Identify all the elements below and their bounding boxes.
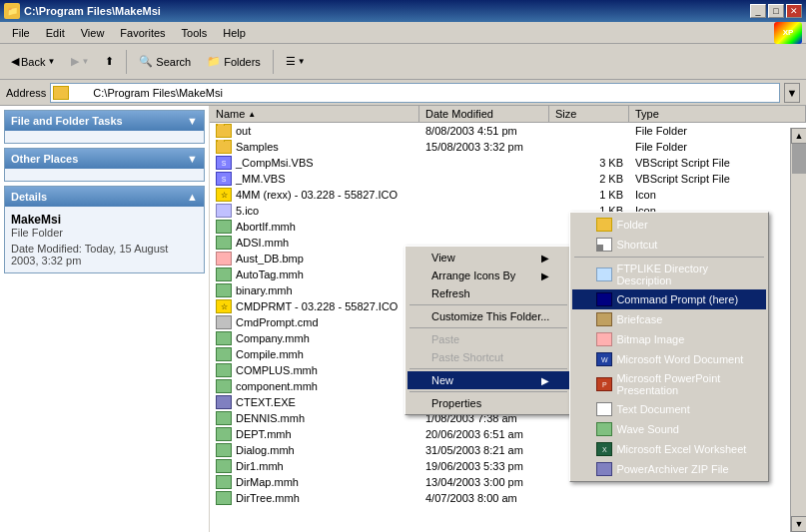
submenu-word-label: Microsoft Word Document xyxy=(616,353,743,365)
shortcut-sub-icon xyxy=(596,238,612,252)
details-header[interactable]: Details ▲ xyxy=(5,187,204,207)
col-header-type[interactable]: Type xyxy=(629,106,806,122)
submenu-folder[interactable]: Folder xyxy=(572,215,766,235)
file-name: DEPT.mmh xyxy=(236,428,292,440)
text-icon xyxy=(596,402,612,416)
file-name: Dialog.mmh xyxy=(236,444,295,456)
menu-edit[interactable]: Edit xyxy=(38,25,73,41)
file-date: 15/08/2003 3:32 pm xyxy=(419,141,549,153)
submenu-cmdprompt-label: Command Prompt (here) xyxy=(616,293,738,305)
special-icon: ☆ xyxy=(216,299,232,313)
file-name: DENNIS.mmh xyxy=(236,412,305,424)
file-name: CMDPRMT - 03.228 - 55827.ICO xyxy=(236,300,398,312)
ctx-separator-2 xyxy=(409,327,567,328)
submenu-word[interactable]: W Microsoft Word Document xyxy=(572,349,766,369)
details-toggle: ▲ xyxy=(187,191,198,203)
search-icon: 🔍 xyxy=(139,55,153,68)
ctx-customize[interactable]: Customize This Folder... xyxy=(407,307,569,325)
scroll-thumb[interactable] xyxy=(792,144,806,174)
submenu-shortcut[interactable]: Shortcut xyxy=(572,235,766,255)
table-row[interactable]: Samples15/08/2003 3:32 pmFile Folder xyxy=(210,139,806,155)
scroll-down-button[interactable]: ▼ xyxy=(791,516,806,532)
folder-sub-icon xyxy=(596,218,612,232)
table-row[interactable]: S_CompMsi.VBS3 KBVBScript Script File xyxy=(210,155,806,171)
scroll-track[interactable] xyxy=(791,144,806,516)
cmdprompt-icon xyxy=(596,292,612,306)
ctx-arrange-icons[interactable]: Arrange Icons By ▶ xyxy=(407,266,569,284)
title-bar-buttons[interactable]: _ □ ✕ xyxy=(750,4,802,18)
file-name: Compile.mmh xyxy=(236,348,304,360)
menu-view[interactable]: View xyxy=(73,25,113,41)
submenu-zip-label: PowerArchiver ZIP File xyxy=(616,463,728,475)
file-size: 2 KB xyxy=(549,173,629,185)
other-places-header[interactable]: Other Places ▼ xyxy=(5,149,204,169)
file-date: 20/06/2003 6:51 am xyxy=(419,428,549,440)
col-header-date[interactable]: Date Modified xyxy=(419,106,549,122)
file-date: 8/08/2003 4:51 pm xyxy=(419,125,549,137)
ppt-icon: P xyxy=(596,377,612,391)
ctx-paste[interactable]: Paste xyxy=(407,330,569,348)
vertical-scrollbar[interactable]: ▲ ▼ xyxy=(790,128,806,532)
forward-dropdown-icon: ▼ xyxy=(81,57,89,66)
ctx-arrange-label: Arrange Icons By xyxy=(431,269,515,281)
submenu-briefcase[interactable]: Briefcase xyxy=(572,309,766,329)
ctx-refresh[interactable]: Refresh xyxy=(407,284,569,302)
ctx-properties[interactable]: Properties xyxy=(407,394,569,412)
menu-file[interactable]: File xyxy=(4,25,38,41)
ctx-new[interactable]: New ▶ Folder Shortcut xyxy=(407,371,569,389)
submenu-wave[interactable]: Wave Sound xyxy=(572,419,766,439)
submenu-ftplike[interactable]: FTPLIKE Directory Description xyxy=(572,260,766,289)
close-button[interactable]: ✕ xyxy=(786,4,802,18)
folders-button[interactable]: 📁 Folders xyxy=(200,48,268,76)
views-button[interactable]: ☰ ▼ xyxy=(279,48,313,76)
new-submenu: Folder Shortcut FTPLIKE Directory Descri… xyxy=(569,212,769,482)
other-places-content xyxy=(5,169,204,181)
table-row[interactable]: DirTree.mmh4/07/2003 8:00 am xyxy=(210,490,806,506)
window-icon: 📁 xyxy=(4,3,20,19)
file-folder-tasks-header[interactable]: File and Folder Tasks ▼ xyxy=(5,111,204,131)
folders-icon: 📁 xyxy=(207,55,221,68)
address-dropdown-button[interactable]: ▼ xyxy=(784,83,800,103)
submenu-text-label: Text Document xyxy=(616,403,689,415)
maximize-button[interactable]: □ xyxy=(768,4,784,18)
exe-icon xyxy=(216,395,232,409)
submenu-text[interactable]: Text Document xyxy=(572,399,766,419)
submenu-cmdprompt[interactable]: Command Prompt (here) xyxy=(572,289,766,309)
col-header-size[interactable]: Size xyxy=(549,106,629,122)
minimize-button[interactable]: _ xyxy=(750,4,766,18)
address-input[interactable]: C:\Program Files\MakeMsi xyxy=(50,83,780,103)
file-type: Icon xyxy=(629,189,806,201)
submenu-zip[interactable]: PowerArchiver ZIP File xyxy=(572,459,766,479)
file-date: 31/05/2003 8:21 am xyxy=(419,444,549,456)
word-icon: W xyxy=(596,352,612,366)
file-name: COMPLUS.mmh xyxy=(236,364,318,376)
menu-help[interactable]: Help xyxy=(215,25,254,41)
ctx-new-arrow: ▶ xyxy=(541,375,549,386)
file-name: 4MM (rexx) - 03.228 - 55827.ICO xyxy=(236,189,398,201)
search-button[interactable]: 🔍 Search xyxy=(132,48,198,76)
window-title: C:\Program Files\MakeMsi xyxy=(24,5,161,17)
folder-icon xyxy=(216,124,232,138)
submenu-excel[interactable]: X Microsoft Excel Worksheet xyxy=(572,439,766,459)
file-name: AbortIf.mmh xyxy=(236,221,296,233)
ctx-separator-1 xyxy=(409,304,567,305)
title-bar: 📁 C:\Program Files\MakeMsi _ □ ✕ xyxy=(0,0,806,22)
ctx-separator-4 xyxy=(409,391,567,392)
forward-button[interactable]: ▶ ▼ xyxy=(64,48,96,76)
vbs-icon: S xyxy=(216,156,232,170)
col-header-name[interactable]: Name ▲ xyxy=(210,106,419,122)
xp-logo: XP xyxy=(774,22,802,44)
menu-tools[interactable]: Tools xyxy=(174,25,216,41)
menu-favorites[interactable]: Favorites xyxy=(112,25,173,41)
back-button[interactable]: ◀ Back ▼ xyxy=(4,48,62,76)
table-row[interactable]: S_MM.VBS2 KBVBScript Script File xyxy=(210,171,806,187)
submenu-bitmap[interactable]: Bitmap Image xyxy=(572,329,766,349)
ctx-paste-shortcut[interactable]: Paste Shortcut xyxy=(407,348,569,366)
up-button[interactable]: ⬆ xyxy=(98,48,121,76)
submenu-ppt[interactable]: P Microsoft PowerPoint Presentation xyxy=(572,369,766,399)
table-row[interactable]: out8/08/2003 4:51 pmFile Folder xyxy=(210,123,806,139)
scroll-up-button[interactable]: ▲ xyxy=(791,128,806,144)
ctx-view[interactable]: View ▶ xyxy=(407,249,569,266)
table-row[interactable]: ☆4MM (rexx) - 03.228 - 55827.ICO1 KBIcon xyxy=(210,187,806,203)
address-bar: Address C:\Program Files\MakeMsi ▼ xyxy=(0,80,806,106)
